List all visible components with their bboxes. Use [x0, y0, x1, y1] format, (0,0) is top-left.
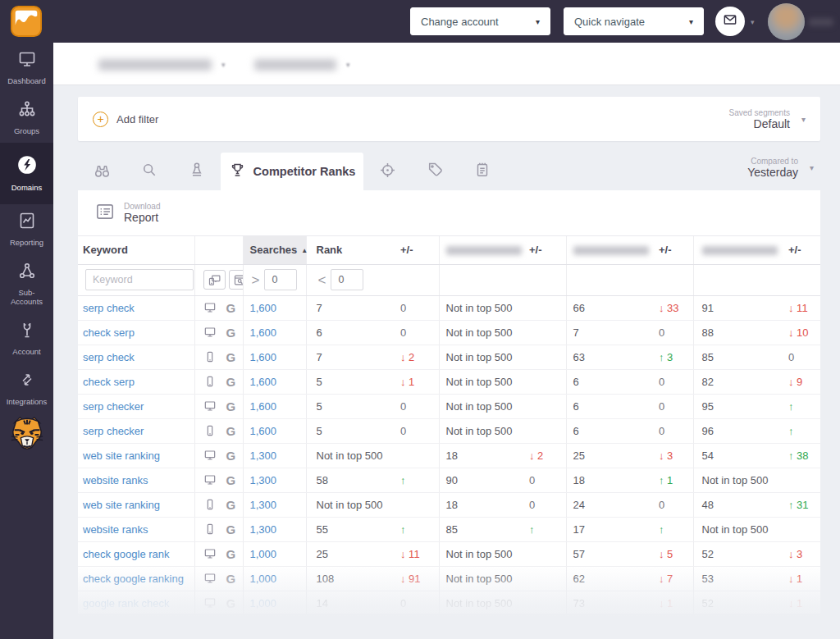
saved-segments-value: Default [728, 117, 790, 130]
tab-competitor-ranks[interactable]: Competitor Ranks [221, 153, 363, 190]
rank-change: ↓ 91 [398, 566, 439, 591]
keyword-link[interactable]: website ranks [83, 474, 148, 486]
less-than-operator[interactable]: < [318, 272, 326, 288]
keyword-link[interactable]: serp check [83, 302, 135, 314]
searches-value[interactable]: 1,600 [250, 302, 277, 314]
sidebar-item-reporting[interactable]: Reporting [0, 204, 53, 254]
quick-navigate-label: Quick navigate [574, 16, 645, 28]
desktop-icon [203, 546, 217, 559]
keyword-link[interactable]: check google rank [83, 548, 170, 560]
app-logo-icon[interactable] [11, 6, 42, 40]
competitor-2-change: 0 [656, 369, 693, 394]
chevron-down-icon: ▾ [536, 17, 540, 26]
google-icon: G [226, 596, 236, 610]
column-header-competitor-3-change[interactable]: +/- [785, 236, 820, 264]
keyword-link[interactable]: check serp [83, 376, 135, 388]
competitor-2-change: 0 [656, 492, 693, 517]
column-header-searches-sorted[interactable]: Searches▲ [243, 236, 306, 264]
keyword-link[interactable]: serp check [83, 351, 135, 363]
keyword-link[interactable]: serp checker [83, 425, 144, 437]
searches-header-label: Searches [250, 244, 298, 256]
greater-than-operator[interactable]: > [252, 272, 260, 288]
competitor-1-value: 18 [439, 492, 527, 517]
sidebar-item-domains[interactable]: Domains [0, 143, 53, 204]
down-arrow-change: ↓ 11 [400, 548, 420, 560]
keyword-link[interactable]: check google ranking [83, 573, 184, 585]
searches-filter-input[interactable] [264, 269, 297, 290]
tag-icon [426, 161, 444, 182]
redacted-domain-selector[interactable]: ▾ [98, 59, 226, 71]
competitor-1-value: Not in top 500 [439, 345, 527, 369]
tab-keyword-research[interactable] [126, 153, 173, 190]
table-row: check google rankingG1,000108↓ 91Not in … [78, 566, 820, 591]
down-arrow-change: ↓ 5 [659, 548, 673, 560]
chevron-down-icon[interactable]: ▾ [751, 18, 755, 26]
compared-to-dropdown[interactable]: Compared to Yesterday ▾ [747, 157, 814, 179]
sidebar-item-integrations[interactable]: Integrations [0, 363, 53, 413]
searches-value[interactable]: 1,600 [250, 326, 277, 339]
competitor-2-value: 6 [566, 418, 656, 443]
rank-change: ↓ 2 [398, 345, 439, 369]
rank-value: 6 [306, 320, 398, 345]
competitor-1-value: 18 [439, 443, 527, 468]
searches-value[interactable]: 1,000 [250, 548, 277, 560]
up-arrow-change: ↑ [400, 474, 406, 486]
keyword-link[interactable]: website ranks [83, 523, 148, 536]
column-header-competitor-1-change[interactable]: +/- [527, 236, 566, 264]
compared-to-label: Compared to [747, 157, 798, 166]
keyword-link[interactable]: check serp [83, 326, 135, 339]
messages-button[interactable] [715, 7, 745, 36]
tab-landing-pages[interactable] [363, 153, 411, 190]
column-header-competitor-2-change[interactable]: +/- [656, 236, 693, 264]
tab-notes[interactable] [459, 153, 506, 190]
domains-icon [16, 154, 38, 179]
searches-value[interactable]: 1,300 [250, 474, 277, 486]
sidebar-item-sub-accounts[interactable]: Sub- Accounts [0, 254, 53, 314]
search-engine-filter-button[interactable] [229, 270, 244, 290]
download-report-button[interactable]: Download Report [94, 201, 160, 226]
sidebar-item-dashboard[interactable]: Dashboard [0, 43, 53, 93]
competitor-2-value: 57 [566, 541, 656, 566]
column-header-keyword[interactable]: Keyword [78, 236, 194, 264]
competitor-1-change [527, 591, 566, 615]
google-icon: G [226, 375, 236, 389]
tab-keyword-discovery[interactable] [78, 153, 126, 190]
competitor-3-value: 48 [693, 492, 785, 517]
keyword-link[interactable]: google rank check [83, 597, 170, 609]
quick-navigate-dropdown[interactable]: Quick navigate ▾ [564, 7, 704, 35]
up-arrow-change: ↑ 1 [659, 474, 673, 486]
keyword-filter-input[interactable] [85, 269, 194, 290]
searches-value[interactable]: 1,000 [250, 573, 277, 585]
searches-value[interactable]: 1,300 [250, 523, 277, 536]
column-header-rank-change[interactable]: +/- [398, 236, 439, 264]
tab-tags[interactable] [411, 153, 459, 190]
sidebar-item-account[interactable]: Account [0, 313, 53, 363]
add-filter-button[interactable]: + Add filter [93, 112, 158, 127]
column-header-competitor-2-redacted[interactable] [566, 236, 656, 264]
keyword-link[interactable]: serp checker [83, 400, 144, 413]
keyword-link[interactable]: web site ranking [83, 499, 160, 511]
tab-rankings[interactable] [173, 153, 221, 190]
redacted-group-selector[interactable]: ▾ [254, 59, 350, 71]
sidebar-item-groups[interactable]: Groups [0, 93, 53, 143]
searches-value[interactable]: 1,600 [250, 351, 277, 363]
searches-value[interactable]: 1,300 [250, 499, 277, 511]
desktop-icon [203, 399, 217, 411]
searches-value[interactable]: 1,600 [250, 400, 277, 413]
searches-value[interactable]: 1,600 [250, 425, 277, 437]
searches-value[interactable]: 1,600 [250, 376, 277, 388]
target-icon [378, 161, 397, 183]
column-header-competitor-1-redacted[interactable] [439, 236, 527, 264]
searches-value[interactable]: 1,300 [250, 450, 277, 462]
keyword-link[interactable]: web site ranking [83, 450, 160, 462]
searches-value[interactable]: 1,000 [250, 597, 277, 609]
competitor-3-value: 54 [693, 443, 785, 468]
avatar[interactable] [768, 3, 805, 40]
column-header-rank[interactable]: Rank [306, 236, 398, 264]
saved-segments-dropdown[interactable]: Saved segments Default ▾ [728, 108, 806, 130]
rank-filter-input[interactable] [331, 269, 363, 290]
change-account-dropdown[interactable]: Change account ▾ [410, 7, 550, 35]
column-header-competitor-3-redacted[interactable] [693, 236, 785, 264]
device-type-filter-button[interactable] [203, 270, 226, 290]
down-arrow-change: ↓ 2 [400, 351, 414, 363]
